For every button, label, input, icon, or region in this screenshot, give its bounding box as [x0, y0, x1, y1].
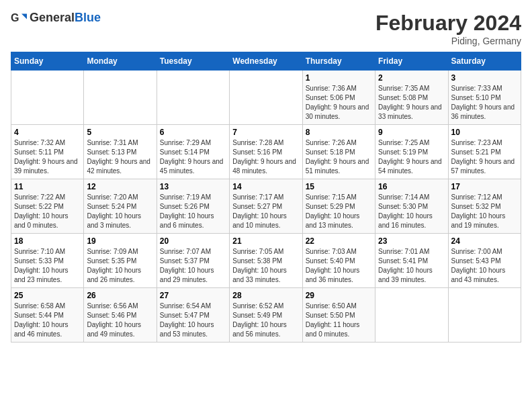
day-info: Sunrise: 7:22 AM Sunset: 5:22 PM Dayligh… — [14, 193, 81, 230]
day-number: 17 — [451, 182, 518, 191]
calendar-cell: 23Sunrise: 7:01 AM Sunset: 5:41 PM Dayli… — [375, 234, 448, 288]
day-info: Sunrise: 7:17 AM Sunset: 5:27 PM Dayligh… — [232, 193, 299, 230]
header-saturday: Saturday — [448, 52, 521, 71]
title-block: February 2024 Piding, Germany — [375, 11, 521, 46]
page-header: G GeneralBlue February 2024 Piding, Germ… — [11, 11, 521, 46]
calendar-cell: 2Sunrise: 7:35 AM Sunset: 5:08 PM Daylig… — [375, 71, 448, 125]
day-info: Sunrise: 6:58 AM Sunset: 5:44 PM Dayligh… — [14, 302, 81, 339]
calendar-cell: 27Sunrise: 6:54 AM Sunset: 5:47 PM Dayli… — [157, 288, 229, 342]
calendar-cell: 29Sunrise: 6:50 AM Sunset: 5:50 PM Dayli… — [302, 288, 375, 342]
day-number: 20 — [160, 236, 226, 246]
day-number: 6 — [160, 128, 226, 137]
day-info: Sunrise: 7:01 AM Sunset: 5:41 PM Dayligh… — [378, 247, 445, 285]
day-number: 23 — [378, 236, 445, 246]
calendar-cell: 5Sunrise: 7:31 AM Sunset: 5:13 PM Daylig… — [84, 125, 157, 179]
day-info: Sunrise: 6:52 AM Sunset: 5:49 PM Dayligh… — [232, 302, 299, 339]
day-number: 8 — [306, 128, 372, 137]
calendar-cell: 20Sunrise: 7:07 AM Sunset: 5:37 PM Dayli… — [157, 234, 229, 288]
day-number: 4 — [14, 128, 81, 137]
day-info: Sunrise: 7:07 AM Sunset: 5:37 PM Dayligh… — [160, 247, 226, 285]
day-info: Sunrise: 6:54 AM Sunset: 5:47 PM Dayligh… — [160, 302, 226, 339]
day-number: 18 — [14, 236, 81, 246]
day-number: 13 — [160, 182, 226, 191]
logo-icon: G — [11, 11, 27, 25]
calendar-cell: 24Sunrise: 7:00 AM Sunset: 5:43 PM Dayli… — [448, 234, 521, 288]
day-info: Sunrise: 7:32 AM Sunset: 5:11 PM Dayligh… — [14, 138, 81, 176]
day-info: Sunrise: 7:05 AM Sunset: 5:38 PM Dayligh… — [232, 247, 299, 285]
day-info: Sunrise: 7:25 AM Sunset: 5:19 PM Dayligh… — [378, 138, 445, 176]
calendar-cell: 3Sunrise: 7:33 AM Sunset: 5:10 PM Daylig… — [448, 71, 521, 125]
calendar-week-4: 25Sunrise: 6:58 AM Sunset: 5:44 PM Dayli… — [11, 288, 521, 342]
day-info: Sunrise: 7:31 AM Sunset: 5:13 PM Dayligh… — [87, 138, 153, 176]
calendar-cell: 9Sunrise: 7:25 AM Sunset: 5:19 PM Daylig… — [375, 125, 448, 179]
calendar-cell: 22Sunrise: 7:03 AM Sunset: 5:40 PM Dayli… — [302, 234, 375, 288]
day-number: 25 — [14, 291, 81, 300]
calendar-cell: 21Sunrise: 7:05 AM Sunset: 5:38 PM Dayli… — [230, 234, 302, 288]
day-info: Sunrise: 6:50 AM Sunset: 5:50 PM Dayligh… — [306, 302, 372, 339]
day-number: 7 — [232, 128, 299, 137]
day-number: 10 — [451, 128, 518, 137]
day-number: 11 — [14, 182, 81, 191]
calendar-cell — [230, 71, 302, 125]
day-info: Sunrise: 7:19 AM Sunset: 5:26 PM Dayligh… — [160, 193, 226, 230]
calendar-cell: 14Sunrise: 7:17 AM Sunset: 5:27 PM Dayli… — [230, 179, 302, 234]
day-info: Sunrise: 7:26 AM Sunset: 5:18 PM Dayligh… — [306, 138, 372, 176]
calendar-table: Sunday Monday Tuesday Wednesday Thursday… — [11, 52, 521, 342]
header-monday: Monday — [84, 52, 157, 71]
day-info: Sunrise: 7:20 AM Sunset: 5:24 PM Dayligh… — [87, 193, 153, 230]
header-sunday: Sunday — [11, 52, 84, 71]
day-number: 21 — [232, 236, 299, 246]
calendar-cell: 17Sunrise: 7:12 AM Sunset: 5:32 PM Dayli… — [448, 179, 521, 234]
day-info: Sunrise: 7:03 AM Sunset: 5:40 PM Dayligh… — [306, 247, 372, 285]
day-info: Sunrise: 7:09 AM Sunset: 5:35 PM Dayligh… — [87, 247, 153, 285]
calendar-cell: 6Sunrise: 7:29 AM Sunset: 5:14 PM Daylig… — [157, 125, 229, 179]
calendar-cell — [84, 71, 157, 125]
day-number: 22 — [306, 236, 372, 246]
logo-blue: Blue — [75, 11, 101, 24]
calendar-week-1: 4Sunrise: 7:32 AM Sunset: 5:11 PM Daylig… — [11, 125, 521, 179]
calendar-cell: 8Sunrise: 7:26 AM Sunset: 5:18 PM Daylig… — [302, 125, 375, 179]
day-number: 1 — [306, 73, 372, 83]
header-thursday: Thursday — [302, 52, 375, 71]
day-info: Sunrise: 7:23 AM Sunset: 5:21 PM Dayligh… — [451, 138, 518, 176]
day-number: 2 — [378, 73, 445, 83]
day-info: Sunrise: 6:56 AM Sunset: 5:46 PM Dayligh… — [87, 302, 153, 339]
calendar-week-2: 11Sunrise: 7:22 AM Sunset: 5:22 PM Dayli… — [11, 179, 521, 234]
calendar-body: 1Sunrise: 7:36 AM Sunset: 5:06 PM Daylig… — [11, 71, 521, 342]
day-info: Sunrise: 7:33 AM Sunset: 5:10 PM Dayligh… — [451, 84, 518, 122]
month-title: February 2024 — [375, 11, 521, 36]
day-number: 16 — [378, 182, 445, 191]
header-friday: Friday — [375, 52, 448, 71]
day-info: Sunrise: 7:29 AM Sunset: 5:14 PM Dayligh… — [160, 138, 226, 176]
calendar-cell: 25Sunrise: 6:58 AM Sunset: 5:44 PM Dayli… — [11, 288, 84, 342]
day-info: Sunrise: 7:15 AM Sunset: 5:29 PM Dayligh… — [306, 193, 372, 230]
day-number: 19 — [87, 236, 153, 246]
weekday-header-row: Sunday Monday Tuesday Wednesday Thursday… — [11, 52, 521, 71]
day-number: 26 — [87, 291, 153, 300]
day-number: 14 — [232, 182, 299, 191]
header-wednesday: Wednesday — [230, 52, 302, 71]
svg-marker-1 — [21, 13, 27, 19]
day-info: Sunrise: 7:14 AM Sunset: 5:30 PM Dayligh… — [378, 193, 445, 230]
calendar-cell — [375, 288, 448, 342]
calendar-cell: 26Sunrise: 6:56 AM Sunset: 5:46 PM Dayli… — [84, 288, 157, 342]
day-number: 5 — [87, 128, 153, 137]
calendar-cell — [448, 288, 521, 342]
calendar-cell: 11Sunrise: 7:22 AM Sunset: 5:22 PM Dayli… — [11, 179, 84, 234]
day-info: Sunrise: 7:36 AM Sunset: 5:06 PM Dayligh… — [306, 84, 372, 122]
day-number: 24 — [451, 236, 518, 246]
calendar-week-3: 18Sunrise: 7:10 AM Sunset: 5:33 PM Dayli… — [11, 234, 521, 288]
calendar-cell: 19Sunrise: 7:09 AM Sunset: 5:35 PM Dayli… — [84, 234, 157, 288]
day-info: Sunrise: 7:28 AM Sunset: 5:16 PM Dayligh… — [232, 138, 299, 176]
calendar-cell: 18Sunrise: 7:10 AM Sunset: 5:33 PM Dayli… — [11, 234, 84, 288]
day-number: 27 — [160, 291, 226, 300]
logo: G GeneralBlue — [11, 11, 101, 25]
calendar-week-0: 1Sunrise: 7:36 AM Sunset: 5:06 PM Daylig… — [11, 71, 521, 125]
calendar-cell: 15Sunrise: 7:15 AM Sunset: 5:29 PM Dayli… — [302, 179, 375, 234]
header-tuesday: Tuesday — [157, 52, 229, 71]
calendar-header: Sunday Monday Tuesday Wednesday Thursday… — [11, 52, 521, 71]
day-number: 9 — [378, 128, 445, 137]
calendar-cell: 12Sunrise: 7:20 AM Sunset: 5:24 PM Dayli… — [84, 179, 157, 234]
day-info: Sunrise: 7:35 AM Sunset: 5:08 PM Dayligh… — [378, 84, 445, 122]
day-info: Sunrise: 7:12 AM Sunset: 5:32 PM Dayligh… — [451, 193, 518, 230]
